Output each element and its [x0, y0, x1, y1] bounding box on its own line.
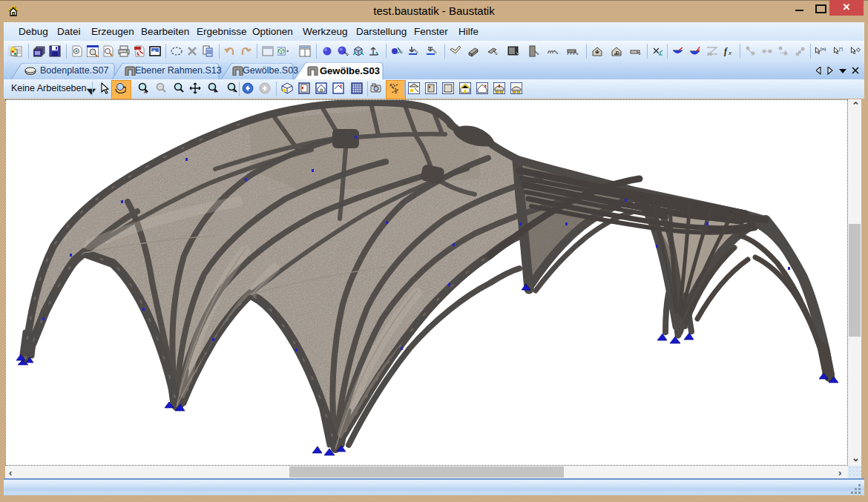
svg-text:A: A [144, 90, 148, 94]
svg-text:x: x [728, 50, 732, 56]
svg-text:[°]: [°] [839, 47, 843, 51]
svg-text:[m]: [m] [821, 47, 826, 51]
svg-text:A: A [389, 83, 392, 87]
svg-text:Z2: Z2 [707, 52, 713, 56]
svg-text:f: f [724, 46, 728, 56]
